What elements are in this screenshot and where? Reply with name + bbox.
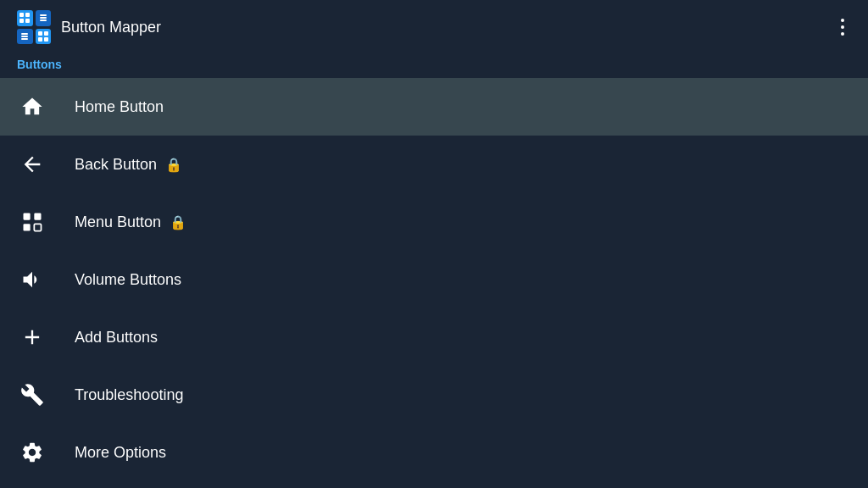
back-icon	[17, 149, 47, 180]
settings-icon	[17, 437, 47, 468]
menu-button-label: Menu Button 🔒	[75, 214, 186, 231]
add-buttons-label: Add Buttons	[75, 329, 158, 347]
svg-rect-14	[24, 214, 31, 220]
svg-rect-12	[38, 37, 42, 42]
menu-item-menu-button[interactable]: Menu Button 🔒	[0, 193, 868, 251]
svg-rect-15	[34, 214, 41, 220]
menu-item-more-options[interactable]: More Options	[0, 424, 868, 481]
menu-button-icon	[17, 207, 47, 237]
svg-rect-3	[25, 19, 30, 23]
troubleshooting-label: Troubleshooting	[75, 386, 183, 404]
svg-rect-6	[40, 19, 47, 21]
svg-rect-1	[25, 13, 30, 17]
svg-rect-16	[24, 224, 31, 230]
more-vert-dot	[841, 25, 844, 29]
svg-rect-0	[19, 13, 24, 17]
more-options-button[interactable]	[834, 12, 851, 42]
svg-rect-4	[40, 14, 47, 16]
menu-item-volume-buttons[interactable]: Volume Buttons	[0, 251, 868, 308]
home-icon	[17, 92, 47, 122]
home-button-label: Home Button	[75, 98, 164, 116]
svg-rect-11	[44, 31, 48, 36]
svg-rect-13	[44, 37, 48, 42]
more-vert-dot	[841, 32, 844, 36]
lock-icon: 🔒	[170, 214, 186, 230]
svg-rect-8	[21, 36, 28, 37]
section-buttons-label: Buttons	[0, 54, 868, 78]
back-button-label: Back Button 🔒	[75, 156, 182, 174]
menu-item-back-button[interactable]: Back Button 🔒	[0, 136, 868, 193]
more-vert-dot	[841, 19, 844, 22]
volume-icon	[17, 264, 47, 295]
app-icon	[17, 10, 51, 44]
app-title: Button Mapper	[61, 19, 161, 36]
troubleshooting-icon	[17, 380, 47, 410]
menu-item-add-buttons[interactable]: Add Buttons	[0, 308, 868, 366]
menu-list: Home Button Back Button 🔒 Menu Button 🔒	[0, 78, 868, 481]
lock-icon: 🔒	[165, 157, 182, 173]
more-options-label: More Options	[75, 444, 166, 462]
svg-rect-7	[21, 33, 28, 35]
app-header: Button Mapper	[0, 0, 868, 54]
menu-item-troubleshooting[interactable]: Troubleshooting	[0, 366, 868, 424]
menu-item-home-button[interactable]: Home Button	[0, 78, 868, 136]
header-left: Button Mapper	[17, 10, 161, 44]
add-icon	[17, 322, 47, 352]
svg-rect-2	[19, 19, 24, 23]
svg-rect-10	[38, 31, 42, 36]
svg-rect-9	[21, 38, 28, 40]
svg-rect-17	[34, 224, 41, 230]
svg-rect-5	[40, 17, 47, 19]
volume-buttons-label: Volume Buttons	[75, 271, 181, 289]
